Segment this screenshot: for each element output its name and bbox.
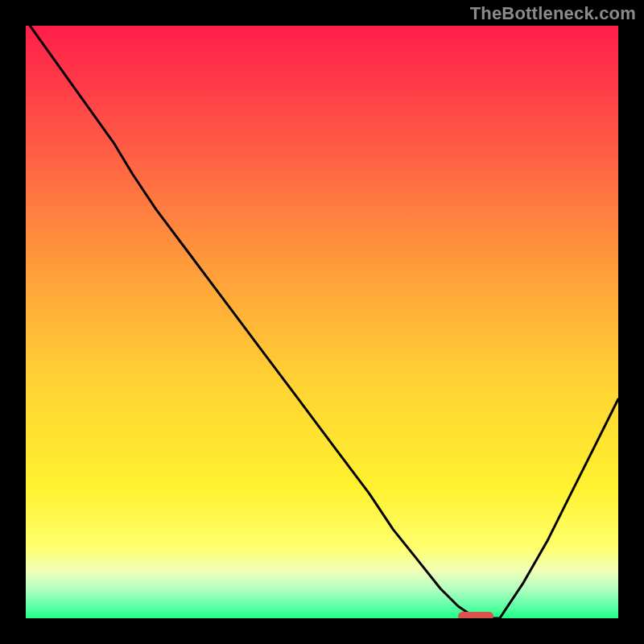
watermark-label: TheBottleneck.com <box>470 3 636 24</box>
plot-area <box>26 26 618 618</box>
background-gradient <box>26 26 618 618</box>
chart-frame: TheBottleneck.com <box>0 0 644 644</box>
svg-rect-0 <box>26 26 618 618</box>
optimal-marker <box>458 612 493 618</box>
